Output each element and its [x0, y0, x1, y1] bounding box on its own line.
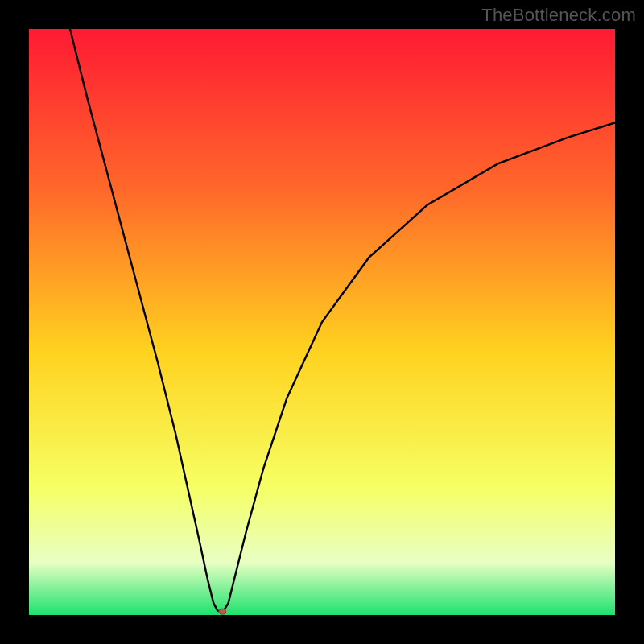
chart-container: TheBottleneck.com — [0, 0, 644, 644]
minimum-marker — [219, 609, 226, 614]
chart-svg — [0, 0, 644, 644]
watermark-text: TheBottleneck.com — [481, 5, 636, 26]
